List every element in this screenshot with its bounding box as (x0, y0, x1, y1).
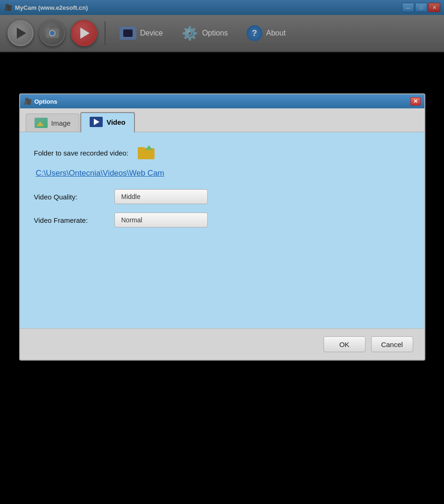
video-quality-row: Video Quality: Low Middle High (34, 189, 410, 204)
tab-video[interactable]: Video (80, 112, 135, 133)
video-framerate-select[interactable]: Slow Normal Fast (119, 213, 204, 227)
tab-image[interactable]: Image (26, 114, 80, 132)
browse-folder-button[interactable] (138, 145, 156, 160)
folder-label-text: Folder to save recorded video: (34, 149, 129, 157)
app-window: 🎥 MyCam (www.e2esoft.cn) — □ ✕ (0, 0, 444, 504)
video-framerate-label: Video Framerate: (34, 216, 109, 224)
video-tab-label: Video (106, 118, 126, 126)
video-tab-icon (90, 117, 103, 127)
image-tab-icon (35, 118, 48, 128)
ok-button[interactable]: OK (324, 336, 366, 352)
video-quality-label: Video Quality: (34, 193, 109, 201)
options-dialog: 🎥 Options ✕ Image Video (19, 93, 425, 361)
video-framerate-select-wrapper[interactable]: Slow Normal Fast (114, 213, 208, 227)
tabs-area: Image Video (20, 108, 424, 132)
video-framerate-row: Video Framerate: Slow Normal Fast (34, 213, 410, 227)
dialog-close-button[interactable]: ✕ (410, 97, 421, 106)
folder-path[interactable]: C:\Users\Ontecnia\Videos\Web Cam (36, 169, 410, 178)
cancel-button[interactable]: Cancel (371, 336, 413, 352)
folder-label-row: Folder to save recorded video: (34, 145, 410, 160)
dialog-content: Folder to save recorded video: C:\Users\… (20, 132, 424, 328)
image-tab-label: Image (51, 119, 71, 127)
video-quality-select[interactable]: Low Middle High (119, 190, 204, 204)
dialog-title-bar: 🎥 Options ✕ (20, 94, 424, 108)
dialog-footer: OK Cancel (20, 328, 424, 360)
video-quality-select-wrapper[interactable]: Low Middle High (114, 189, 208, 204)
dialog-title: Options (35, 98, 408, 105)
dialog-icon: 🎥 (24, 98, 32, 105)
modal-overlay: 🎥 Options ✕ Image Video (0, 0, 444, 504)
